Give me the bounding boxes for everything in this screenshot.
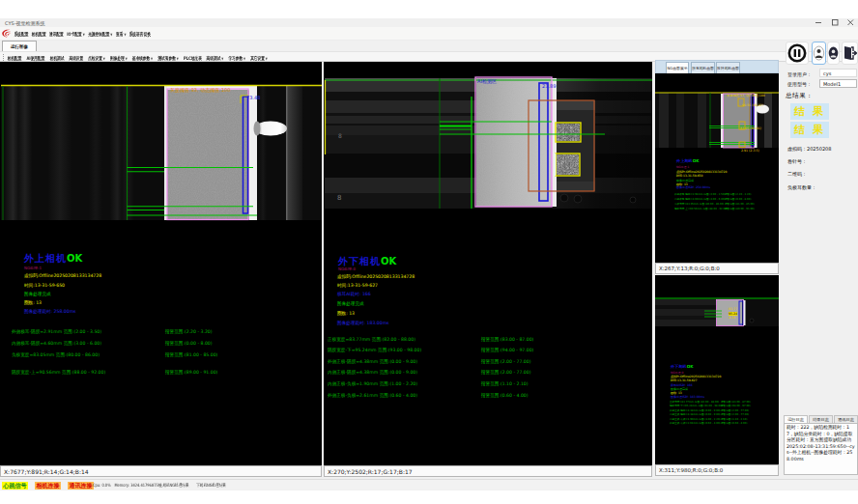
menu-item-5-label: 查看 (116, 32, 123, 37)
camera-result: OK (67, 253, 82, 264)
alarm-range: 报警范围:(83.00 - 87.00) (721, 400, 751, 404)
alarm-range: 报警范围:(94.00 - 97.00) (721, 404, 751, 407)
toolbar-item-0[interactable]: 相机配置 (8, 55, 22, 61)
elapsed-line: 图像处理耗时: 258.00ms (24, 309, 76, 314)
left-camera-panel[interactable]: 灰度阈值:93, 动态阈值:100 73.48 外上相机OK NG处理:1 虚拟… (0, 62, 322, 465)
left-pixel-status: X:7677;Y:891;R:14;G:14;B:14 (0, 465, 322, 477)
menu-item-5[interactable]: 查看 ▼ (116, 31, 126, 37)
time-line: 时间:13-31-59-650 (24, 283, 65, 288)
measure-row: 正极宽度=83.77mm 范围:(82.00 - 88.00) (328, 337, 415, 342)
thumbnail-image (655, 73, 779, 263)
menu-item-3[interactable]: IO卡配置 ▼ (67, 31, 85, 37)
ng-tab-display[interactable]: NG画面展示 (666, 62, 689, 73)
done-line: 图像处理完成 (337, 301, 364, 306)
alarm-range: 报警范围:(2.20 - 3.20) (165, 329, 213, 334)
toolbar-item-8[interactable]: PLC地址表 (184, 55, 202, 61)
toolbar-item-7[interactable]: 测试项参数 ▼ (157, 55, 178, 61)
thumb-annotation: 90.56 (88-92) (742, 103, 763, 107)
field-label: 卷针号： (787, 158, 807, 164)
log-tab-result[interactable]: 结果日志 (809, 415, 833, 423)
exit-button[interactable] (842, 42, 858, 65)
maximize-icon (829, 18, 841, 27)
menu-item-2-label: 通讯配置 (49, 32, 64, 37)
ng-thumbnail-lower[interactable]: 83.77 95.24 4.38 外下相机OK NG处理:0 虚拟码:Offli… (655, 275, 779, 464)
operator-button[interactable] (827, 42, 840, 65)
ng-tab-fault-cameras[interactable]: 故障相机画面 (716, 62, 740, 73)
ng-thumbnail-upper[interactable]: 灰度阈值:93, 动态阈值:100 90.56 (88-92) 83.05 (8… (655, 73, 779, 263)
thumb2-pixel-status: X:311;Y:980;R:0;G:0;B:0 (655, 464, 779, 476)
toolbar-item-4[interactable]: 点检设置 ▼ (88, 55, 105, 61)
user-icon (813, 42, 825, 64)
dropdown-arrow-icon: ▼ (176, 57, 179, 61)
pause-icon (786, 42, 808, 64)
dropdown-arrow-icon: ▼ (220, 57, 223, 61)
alarm-range: 报警范围:(89.00 - 91.00) (165, 370, 217, 375)
login-user-value[interactable]: cys (819, 69, 857, 77)
menu-item-4[interactable]: 光源控制配置 ▼ (88, 31, 112, 37)
toolbar-item-9[interactable]: 高级调试 ▼ (207, 55, 224, 61)
log-tab-run[interactable]: 运行日志 (784, 415, 808, 423)
alarm-range: 报警范围:(2.00 - 77.00) (481, 359, 530, 364)
turns-line: 圈数: 13 (337, 311, 355, 316)
minimize-button[interactable] (813, 18, 824, 27)
ng-tab-strip: NG画面展示 所有相机画面 故障相机画面 (655, 60, 779, 73)
upper-camera-result: 上相机NG处理结果 (159, 483, 189, 488)
dropdown-arrow-icon: ▼ (82, 32, 85, 36)
menu-item-0[interactable]: 系统配置 (14, 31, 29, 37)
maximize-button[interactable] (829, 18, 841, 27)
minimize-icon (813, 18, 824, 27)
menu-item-2[interactable]: 通讯配置 (49, 31, 64, 37)
toolbar-item-1[interactable]: AI使用配置 (26, 55, 44, 61)
menu-item-1[interactable]: 相机配置 (32, 31, 46, 37)
log-output[interactable]: 耗时：222，缺陷检测耗时：17，缺陷分类耗时：0，缺陷提取分区耗时：直方图提取… (784, 423, 858, 475)
toolbar-item-3[interactable]: 高级设置 (69, 55, 83, 61)
toolbar-item-11[interactable]: 其它设置 ▼ (250, 55, 268, 61)
toolbar-item-9-label: 高级调试 (207, 56, 221, 61)
toolbar-item-2[interactable]: 相机调试 (50, 55, 65, 61)
measure-row: 隔膜宽度-下=95.24mm 范围:(93.00 - 98.00) (328, 348, 421, 352)
status-bar: 心跳信号 相机连接 通讯连接 Cpu: 0.0% Memory: 3424.41… (0, 479, 858, 490)
tab-run-image[interactable]: 运行图像 (2, 41, 37, 51)
toolbar-item-5[interactable]: 图像处理 ▼ (110, 55, 128, 61)
ng-note: NG处理:1 (24, 266, 42, 270)
menu-item-6[interactable]: 系统语言切换 (129, 31, 151, 37)
alarm-range: 报警范围:(2.20 - 3.20) (725, 192, 751, 196)
app-logo-icon (1, 27, 13, 40)
model-value[interactable]: Model1 (819, 79, 857, 88)
login-user-button[interactable] (812, 42, 826, 65)
menu-item-4-label: 光源控制配置 (88, 32, 109, 37)
toolbar-item-6[interactable]: 基准线参数 ▼ (132, 55, 153, 61)
title-bar: CYS-视觉检测系统 (0, 18, 858, 27)
log-entry: 2025:02:08-13:31:59:650--cys--外上相机--图像处理… (786, 444, 855, 463)
close-button[interactable] (844, 18, 856, 27)
result-indicator-1: 结 果 (790, 103, 829, 120)
middle-camera-panel[interactable]: 8 8 (324, 62, 652, 465)
log-tab-comm[interactable]: 通讯日志 (834, 415, 858, 423)
dropdown-arrow-icon: ▼ (124, 32, 127, 36)
thumb-threshold-anno: 灰度阈值:93, 动态阈值:100 (727, 94, 765, 98)
heartbeat-badge: 心跳信号 (2, 482, 28, 490)
virtual-code-field: 虚拟码：20250208 (787, 146, 831, 152)
alarm-range: 报警范围:(2.00 - 77.00) (481, 370, 530, 375)
qr-code-field: 二维码： (787, 171, 807, 177)
measure-row: 外侧极耳-隔膜=2.91mm 范围:(2.00 - 3.50) (674, 192, 726, 196)
toolbar-item-0-label: 相机配置 (8, 56, 22, 61)
menu-items: 系统配置相机配置通讯配置IO卡配置 ▼光源控制配置 ▼查看 ▼系统语言切换 (0, 27, 858, 40)
pause-button[interactable] (786, 42, 809, 65)
camera-name: 外上相机 (676, 158, 693, 163)
total-result-label: 总结果： (786, 92, 813, 100)
menu-item-1-label: 相机配置 (32, 32, 46, 37)
memory-status: Memory: 3424.41796875M (114, 483, 160, 488)
camera-name: 外下相机 (671, 364, 687, 369)
barcode-line: 虚拟码:Offline20250208133134728 (24, 273, 101, 278)
toolbar-item-10-label: 学习参数 (228, 56, 243, 61)
toolbar-item-10[interactable]: 学习参数 ▼ (228, 55, 245, 61)
menu-item-3-label: IO卡配置 (67, 32, 82, 37)
barcode-line: 虚拟码:Offline20250208133134728 (671, 375, 721, 378)
toolbar-item-2-label: 相机调试 (50, 56, 65, 61)
ng-tab-all-cameras[interactable]: 所有相机画面 (691, 62, 715, 73)
alarm-range: 报警范围:(0.60 - 4.00) (481, 393, 529, 398)
alarm-range: 报警范围:(94.00 - 97.00) (481, 348, 533, 352)
log-entry: 耗时：222，缺陷检测耗时：17，缺陷分类耗时：0，缺陷提取分区耗时：直方图提取… (786, 425, 855, 444)
measure-row: 隔膜宽度-上=90.56mm 范围:(88.00 - 92.00) (12, 370, 105, 375)
